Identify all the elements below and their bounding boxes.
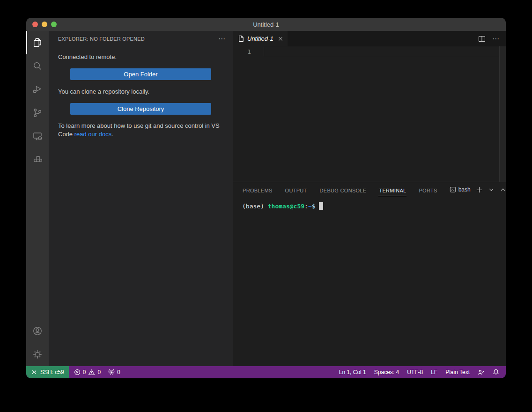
zoom-window-button[interactable] <box>51 22 57 27</box>
window-controls <box>32 22 57 27</box>
extensions-icon <box>32 154 43 165</box>
editor-tab-bar: Untitled-1 ⋯ <box>233 31 506 46</box>
docs-period: . <box>111 131 113 138</box>
notifications-bell-icon[interactable] <box>493 369 499 375</box>
connected-text: Connected to remote. <box>58 53 223 61</box>
remote-explorer-icon <box>32 131 43 142</box>
remote-indicator[interactable]: SSH: c59 <box>26 366 69 378</box>
panel-actions: bash <box>450 186 506 193</box>
problems-status-item[interactable]: 0 0 <box>74 369 101 375</box>
explorer-sidebar: EXPLORER: NO FOLDER OPENED ⋯ Connected t… <box>49 31 233 366</box>
terminal-shell-label: bash <box>458 186 471 193</box>
main-area: EXPLORER: NO FOLDER OPENED ⋯ Connected t… <box>26 31 506 366</box>
launch-profile-chevron-down-icon[interactable] <box>488 186 495 193</box>
terminal-user-host: thomas@c59 <box>268 203 304 210</box>
docs-paragraph: To learn more about how to use git and s… <box>58 122 223 139</box>
open-folder-button[interactable]: Open Folder <box>70 68 211 80</box>
editor-scrollbar[interactable] <box>499 46 506 182</box>
activity-bar <box>26 31 49 366</box>
activity-search[interactable] <box>26 54 49 78</box>
account-icon <box>32 325 43 337</box>
sidebar-header: EXPLORER: NO FOLDER OPENED ⋯ <box>49 31 233 42</box>
remote-icon <box>31 369 37 375</box>
sidebar-title: EXPLORER: NO FOLDER OPENED <box>58 36 145 42</box>
ports-status-item[interactable]: 0 <box>108 369 120 375</box>
tab-terminal[interactable]: TERMINAL <box>378 184 406 196</box>
error-count: 0 <box>83 369 86 375</box>
tab-label: Untitled-1 <box>247 35 273 42</box>
title-bar: Untitled-1 <box>26 18 506 31</box>
activity-source-control[interactable] <box>26 101 49 125</box>
new-terminal-icon[interactable] <box>476 186 483 193</box>
editor-more-actions-icon[interactable]: ⋯ <box>492 37 500 41</box>
run-and-debug-icon <box>32 84 43 95</box>
welcome-view: Connected to remote. Open Folder You can… <box>49 42 233 139</box>
editor-group: Untitled-1 ⋯ <box>233 31 506 366</box>
cursor-position-item[interactable]: Ln 1, Col 1 <box>339 369 366 375</box>
gear-icon <box>32 349 43 360</box>
tab-output[interactable]: OUTPUT <box>285 184 308 196</box>
vscode-window: Untitled-1 <box>26 18 506 378</box>
terminal-shell-item[interactable]: bash <box>450 186 471 193</box>
clone-repository-button[interactable]: Clone Repository <box>70 103 211 115</box>
tab-ports[interactable]: PORTS <box>418 184 437 196</box>
close-window-button[interactable] <box>32 22 38 27</box>
terminal-prompt-symbol: $ <box>312 203 316 210</box>
code-editor[interactable]: 1 <box>233 46 506 182</box>
bottom-panel: PROBLEMS OUTPUT DEBUG CONSOLE TERMINAL P… <box>233 182 506 366</box>
read-our-docs-link[interactable]: read our docs <box>74 131 112 138</box>
warning-icon <box>88 369 95 375</box>
language-mode-item[interactable]: Plain Text <box>445 369 470 375</box>
editor-line-1: 1 <box>233 46 506 57</box>
maximize-panel-chevron-up-icon[interactable] <box>500 186 506 193</box>
tab-problems[interactable]: PROBLEMS <box>242 184 273 196</box>
search-icon <box>32 60 43 72</box>
terminal-separator: : <box>304 203 308 210</box>
feedback-icon[interactable] <box>478 369 485 375</box>
editor-actions: ⋯ <box>478 31 506 46</box>
conda-env-prefix: (base) <box>242 203 268 210</box>
source-control-icon <box>32 107 43 118</box>
tab-untitled-1[interactable]: Untitled-1 <box>233 31 288 46</box>
activity-bar-spacer <box>26 171 49 319</box>
terminal-cursor <box>319 202 323 210</box>
activity-settings[interactable] <box>26 343 49 366</box>
activity-explorer[interactable] <box>26 31 49 54</box>
eol-item[interactable]: LF <box>431 369 437 375</box>
status-bar-right: Ln 1, Col 1 Spaces: 4 UTF-8 LF Plain Tex… <box>339 369 506 375</box>
terminal-shell-icon <box>450 186 456 193</box>
sidebar-more-actions-icon[interactable]: ⋯ <box>218 37 225 41</box>
file-icon <box>237 35 244 42</box>
window-title: Untitled-1 <box>253 21 279 28</box>
panel-tab-bar: PROBLEMS OUTPUT DEBUG CONSOLE TERMINAL P… <box>233 182 506 197</box>
activity-extensions[interactable] <box>26 148 49 171</box>
status-bar: SSH: c59 0 0 <box>26 366 506 378</box>
terminal-output[interactable]: (base) thomas@c59:~$ <box>233 197 506 366</box>
tab-debug-console[interactable]: DEBUG CONSOLE <box>319 184 367 196</box>
activity-run-debug[interactable] <box>26 78 49 101</box>
radio-tower-icon <box>108 369 115 375</box>
tab-close-icon[interactable] <box>277 36 284 42</box>
minimize-window-button[interactable] <box>42 22 47 27</box>
encoding-item[interactable]: UTF-8 <box>407 369 423 375</box>
current-line-highlight <box>264 47 499 56</box>
remote-label: SSH: c59 <box>40 369 64 375</box>
terminal-cwd: ~ <box>308 203 312 210</box>
activity-account[interactable] <box>26 319 49 343</box>
warning-count: 0 <box>97 369 101 375</box>
split-editor-icon[interactable] <box>478 35 486 43</box>
activity-remote-explorer[interactable] <box>26 125 49 148</box>
indentation-item[interactable]: Spaces: 4 <box>374 369 399 375</box>
line-number: 1 <box>233 48 251 55</box>
terminal-prompt-line: (base) thomas@c59:~$ <box>242 203 323 210</box>
files-icon <box>32 37 43 48</box>
clone-text: You can clone a repository locally. <box>58 88 223 96</box>
port-count: 0 <box>117 369 120 375</box>
error-icon <box>74 369 81 375</box>
